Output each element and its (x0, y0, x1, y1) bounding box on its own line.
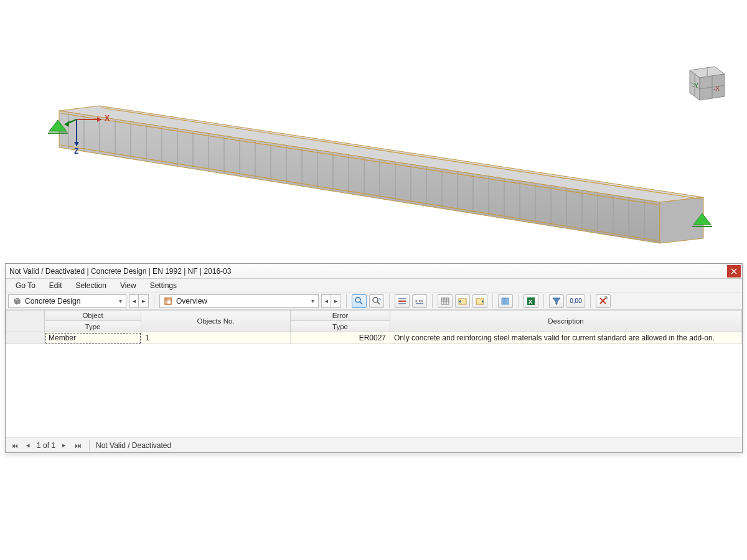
svg-point-72 (373, 297, 378, 302)
table-end-icon (475, 296, 485, 306)
chevron-down-icon: ▾ (118, 297, 123, 304)
filter-button[interactable] (549, 294, 564, 308)
decimal-label: 0,00 (570, 297, 581, 304)
svg-rect-90 (507, 298, 509, 304)
prev-design-button[interactable]: ◂ (129, 294, 139, 308)
svg-text:X: X (529, 299, 532, 305)
result-diagram-button[interactable] (395, 294, 410, 308)
xxx-icon: x.xx (415, 296, 425, 306)
svg-rect-89 (504, 298, 506, 304)
status-tab-label: Not Valid / Deactivated (96, 441, 171, 450)
svg-rect-88 (502, 298, 504, 304)
magnifier-icon (354, 296, 364, 306)
magnifier-arrow-icon (372, 296, 382, 306)
navcube-front-label: -Y (692, 82, 698, 89)
table1-button[interactable] (438, 294, 453, 308)
close-button[interactable] (727, 265, 741, 278)
diagram-icon (397, 296, 407, 306)
menu-selection[interactable]: Selection (70, 280, 113, 291)
col-error-type-top[interactable]: Error (291, 310, 390, 321)
table-icon (440, 296, 450, 306)
svg-rect-74 (398, 301, 406, 302)
svg-text:x.xx: x.xx (415, 299, 423, 303)
svg-rect-91 (527, 297, 535, 305)
prev-overview-button[interactable]: ◂ (321, 294, 331, 308)
result-values-button[interactable]: x.xx (412, 294, 427, 308)
svg-marker-87 (482, 300, 484, 303)
svg-rect-67 (165, 298, 171, 304)
col-object-type-top[interactable]: Object (45, 310, 141, 321)
first-page-button[interactable]: ⏮ (9, 441, 19, 450)
next-page-button[interactable]: ▸ (59, 441, 69, 450)
excel-icon: X (526, 296, 536, 306)
results-panel: Not Valid / Deactivated | Concrete Desig… (5, 263, 743, 453)
svg-rect-84 (459, 299, 466, 304)
menu-goto[interactable]: Go To (9, 280, 42, 291)
axis-x-label: X (105, 114, 110, 123)
next-design-button[interactable]: ▸ (139, 294, 149, 308)
svg-line-73 (377, 302, 380, 304)
clear-icon (598, 296, 608, 306)
table-first-button[interactable] (455, 294, 470, 308)
svg-rect-86 (476, 299, 484, 304)
chevron-down-icon: ▾ (310, 297, 316, 304)
clear-results-button[interactable] (596, 294, 611, 308)
table-row[interactable]: Member 1 ER0027 Only concrete and reinfo… (6, 332, 742, 344)
close-icon (731, 268, 737, 274)
svg-marker-85 (459, 300, 461, 303)
svg-line-95 (600, 298, 606, 304)
panel-title-text: Not Valid / Deactivated | Concrete Desig… (9, 267, 231, 276)
menu-view[interactable]: View (114, 280, 143, 291)
funnel-icon (552, 296, 561, 306)
row-header-blank (6, 310, 45, 332)
overview-dropdown[interactable]: Overview ▾ (159, 294, 319, 308)
last-page-button[interactable]: ⏭ (73, 441, 83, 450)
col-error-type-bottom[interactable]: Type (291, 321, 390, 332)
next-overview-button[interactable]: ▸ (331, 294, 341, 308)
columns-icon (500, 296, 510, 306)
cell-object-type[interactable]: Member (45, 332, 141, 344)
table-begin-icon (458, 296, 467, 306)
svg-point-70 (355, 297, 360, 302)
row-number-cell (6, 332, 45, 344)
cell-objects-no[interactable]: 1 (141, 332, 291, 344)
menu-bar: Go To Edit Selection View Settings (6, 279, 742, 292)
navigation-cube[interactable]: -Y -X (679, 59, 728, 106)
panel-titlebar: Not Valid / Deactivated | Concrete Desig… (6, 264, 742, 279)
col-object-type-bottom[interactable]: Type (45, 321, 141, 332)
prev-page-button[interactable]: ◂ (23, 441, 33, 450)
table-last-button[interactable] (472, 294, 487, 308)
overview-label: Overview (176, 297, 207, 306)
zoom-fit-button[interactable] (369, 294, 384, 308)
results-table[interactable]: Object Objects No. Error Description Typ… (6, 310, 742, 437)
col-description[interactable]: Description (390, 310, 742, 332)
axis-z-label: Z (74, 147, 78, 156)
beam-render (0, 0, 747, 257)
design-type-label: Concrete Design (25, 297, 80, 306)
3d-viewport[interactable]: X Z -Y -X (0, 0, 747, 257)
design-type-dropdown[interactable]: Concrete Design ▾ (8, 294, 126, 308)
pager-text: 1 of 1 (37, 441, 55, 450)
svg-rect-79 (441, 298, 449, 304)
cube-icon (12, 297, 21, 306)
svg-line-94 (600, 298, 606, 304)
menu-edit[interactable]: Edit (43, 280, 68, 291)
overview-icon (164, 297, 172, 306)
toolbar: Concrete Design ▾ ◂ ▸ Overview ▾ ◂ ▸ (6, 292, 742, 310)
columns-button[interactable] (498, 294, 513, 308)
menu-settings[interactable]: Settings (144, 280, 183, 291)
svg-line-71 (360, 302, 362, 304)
zoom-selection-button[interactable] (352, 294, 367, 308)
decimal-button[interactable]: 0,00 (566, 294, 585, 308)
cell-description[interactable]: Only concrete and reinforcing steel mate… (390, 332, 742, 344)
export-excel-button[interactable]: X (524, 294, 538, 308)
cell-error-type[interactable]: ER0027 (291, 332, 390, 344)
col-objects-no[interactable]: Objects No. (141, 310, 291, 332)
svg-marker-93 (553, 298, 560, 304)
status-bar: ⏮ ◂ 1 of 1 ▸ ⏭ Not Valid / Deactivated (6, 437, 742, 452)
navcube-right-label: -X (713, 85, 720, 92)
